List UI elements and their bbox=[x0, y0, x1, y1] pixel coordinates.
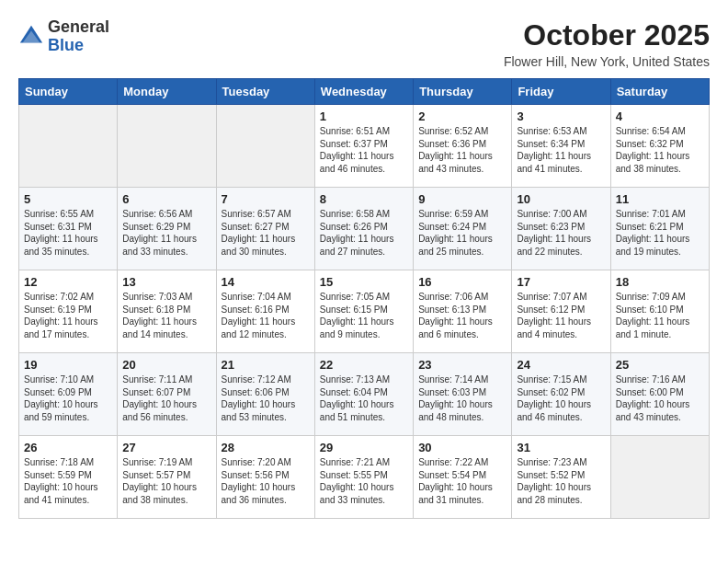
day-number: 8 bbox=[320, 192, 408, 206]
day-info: Sunrise: 7:11 AM Sunset: 6:07 PM Dayligh… bbox=[122, 373, 210, 423]
day-header-thursday: Thursday bbox=[414, 79, 512, 105]
day-number: 11 bbox=[616, 192, 704, 206]
title-area: October 2025 Flower Hill, New York, Unit… bbox=[504, 18, 710, 69]
calendar-cell: 19Sunrise: 7:10 AM Sunset: 6:09 PM Dayli… bbox=[19, 353, 118, 436]
day-info: Sunrise: 7:18 AM Sunset: 5:59 PM Dayligh… bbox=[24, 456, 112, 506]
header: General Blue October 2025 Flower Hill, N… bbox=[18, 18, 710, 69]
calendar-cell: 29Sunrise: 7:21 AM Sunset: 5:55 PM Dayli… bbox=[314, 436, 413, 519]
calendar-cell bbox=[610, 436, 709, 519]
day-number: 29 bbox=[320, 441, 408, 454]
day-number: 7 bbox=[222, 192, 310, 206]
calendar-cell: 18Sunrise: 7:09 AM Sunset: 6:10 PM Dayli… bbox=[610, 270, 709, 353]
day-number: 28 bbox=[222, 441, 310, 454]
day-info: Sunrise: 7:12 AM Sunset: 6:06 PM Dayligh… bbox=[222, 373, 310, 423]
calendar-cell: 15Sunrise: 7:05 AM Sunset: 6:15 PM Dayli… bbox=[314, 270, 413, 353]
day-number: 21 bbox=[222, 358, 310, 372]
day-number: 2 bbox=[418, 109, 506, 123]
calendar-cell: 22Sunrise: 7:13 AM Sunset: 6:04 PM Dayli… bbox=[314, 353, 413, 436]
week-row-4: 19Sunrise: 7:10 AM Sunset: 6:09 PM Dayli… bbox=[19, 353, 710, 436]
day-number: 23 bbox=[418, 358, 506, 372]
calendar-cell: 13Sunrise: 7:03 AM Sunset: 6:18 PM Dayli… bbox=[118, 270, 216, 353]
day-number: 14 bbox=[222, 275, 310, 289]
day-number: 19 bbox=[24, 358, 112, 372]
day-info: Sunrise: 6:58 AM Sunset: 6:26 PM Dayligh… bbox=[320, 208, 408, 258]
day-number: 1 bbox=[320, 109, 408, 123]
calendar-cell bbox=[216, 105, 314, 188]
calendar-cell: 21Sunrise: 7:12 AM Sunset: 6:06 PM Dayli… bbox=[216, 353, 314, 436]
day-number: 4 bbox=[616, 109, 704, 123]
calendar-cell: 25Sunrise: 7:16 AM Sunset: 6:00 PM Dayli… bbox=[610, 353, 709, 436]
day-number: 17 bbox=[517, 275, 605, 289]
logo-icon bbox=[18, 24, 44, 50]
day-number: 3 bbox=[517, 109, 605, 123]
location: Flower Hill, New York, United States bbox=[504, 54, 710, 69]
day-number: 22 bbox=[320, 358, 408, 372]
day-info: Sunrise: 7:20 AM Sunset: 5:56 PM Dayligh… bbox=[222, 456, 310, 506]
calendar-cell: 9Sunrise: 6:59 AM Sunset: 6:24 PM Daylig… bbox=[414, 188, 512, 270]
calendar-cell: 23Sunrise: 7:14 AM Sunset: 6:03 PM Dayli… bbox=[414, 353, 512, 436]
logo: General Blue bbox=[18, 18, 109, 55]
day-number: 12 bbox=[24, 275, 112, 289]
day-header-sunday: Sunday bbox=[19, 79, 118, 105]
day-header-saturday: Saturday bbox=[610, 79, 709, 105]
day-info: Sunrise: 6:59 AM Sunset: 6:24 PM Dayligh… bbox=[418, 208, 506, 258]
day-number: 27 bbox=[122, 441, 210, 454]
day-number: 26 bbox=[24, 441, 112, 454]
day-info: Sunrise: 7:00 AM Sunset: 6:23 PM Dayligh… bbox=[517, 208, 605, 258]
day-info: Sunrise: 7:02 AM Sunset: 6:19 PM Dayligh… bbox=[24, 291, 112, 340]
day-info: Sunrise: 7:15 AM Sunset: 6:02 PM Dayligh… bbox=[517, 373, 605, 423]
week-row-3: 12Sunrise: 7:02 AM Sunset: 6:19 PM Dayli… bbox=[19, 270, 710, 353]
calendar-cell: 26Sunrise: 7:18 AM Sunset: 5:59 PM Dayli… bbox=[19, 436, 118, 519]
day-info: Sunrise: 7:05 AM Sunset: 6:15 PM Dayligh… bbox=[320, 291, 408, 340]
day-info: Sunrise: 7:06 AM Sunset: 6:13 PM Dayligh… bbox=[418, 291, 506, 340]
day-info: Sunrise: 6:55 AM Sunset: 6:31 PM Dayligh… bbox=[24, 208, 112, 258]
calendar-cell: 3Sunrise: 6:53 AM Sunset: 6:34 PM Daylig… bbox=[512, 105, 610, 188]
day-info: Sunrise: 6:53 AM Sunset: 6:34 PM Dayligh… bbox=[517, 125, 605, 175]
day-number: 6 bbox=[122, 192, 210, 206]
calendar-cell: 4Sunrise: 6:54 AM Sunset: 6:32 PM Daylig… bbox=[610, 105, 709, 188]
logo-text: General Blue bbox=[48, 18, 109, 55]
day-info: Sunrise: 6:54 AM Sunset: 6:32 PM Dayligh… bbox=[616, 125, 704, 175]
day-info: Sunrise: 6:51 AM Sunset: 6:37 PM Dayligh… bbox=[320, 125, 408, 175]
day-info: Sunrise: 7:04 AM Sunset: 6:16 PM Dayligh… bbox=[222, 291, 310, 340]
day-header-tuesday: Tuesday bbox=[216, 79, 314, 105]
week-row-2: 5Sunrise: 6:55 AM Sunset: 6:31 PM Daylig… bbox=[19, 188, 710, 270]
calendar-cell: 27Sunrise: 7:19 AM Sunset: 5:57 PM Dayli… bbox=[118, 436, 216, 519]
calendar-cell bbox=[19, 105, 118, 188]
calendar-cell: 1Sunrise: 6:51 AM Sunset: 6:37 PM Daylig… bbox=[314, 105, 413, 188]
calendar: SundayMondayTuesdayWednesdayThursdayFrid… bbox=[18, 78, 710, 519]
month-title: October 2025 bbox=[504, 18, 710, 52]
day-info: Sunrise: 7:14 AM Sunset: 6:03 PM Dayligh… bbox=[418, 373, 506, 423]
day-number: 5 bbox=[24, 192, 112, 206]
day-number: 30 bbox=[418, 441, 506, 454]
day-number: 31 bbox=[517, 441, 605, 454]
day-info: Sunrise: 7:16 AM Sunset: 6:00 PM Dayligh… bbox=[616, 373, 704, 423]
day-info: Sunrise: 6:56 AM Sunset: 6:29 PM Dayligh… bbox=[122, 208, 210, 258]
day-number: 15 bbox=[320, 275, 408, 289]
calendar-cell: 5Sunrise: 6:55 AM Sunset: 6:31 PM Daylig… bbox=[19, 188, 118, 270]
logo-blue: Blue bbox=[48, 37, 109, 55]
calendar-cell: 12Sunrise: 7:02 AM Sunset: 6:19 PM Dayli… bbox=[19, 270, 118, 353]
calendar-cell bbox=[118, 105, 216, 188]
day-info: Sunrise: 7:19 AM Sunset: 5:57 PM Dayligh… bbox=[122, 456, 210, 506]
day-info: Sunrise: 7:09 AM Sunset: 6:10 PM Dayligh… bbox=[616, 291, 704, 340]
calendar-cell: 6Sunrise: 6:56 AM Sunset: 6:29 PM Daylig… bbox=[118, 188, 216, 270]
week-row-5: 26Sunrise: 7:18 AM Sunset: 5:59 PM Dayli… bbox=[19, 436, 710, 519]
day-info: Sunrise: 7:21 AM Sunset: 5:55 PM Dayligh… bbox=[320, 456, 408, 506]
day-info: Sunrise: 7:23 AM Sunset: 5:52 PM Dayligh… bbox=[517, 456, 605, 506]
calendar-cell: 7Sunrise: 6:57 AM Sunset: 6:27 PM Daylig… bbox=[216, 188, 314, 270]
day-number: 9 bbox=[418, 192, 506, 206]
calendar-cell: 14Sunrise: 7:04 AM Sunset: 6:16 PM Dayli… bbox=[216, 270, 314, 353]
day-number: 16 bbox=[418, 275, 506, 289]
calendar-cell: 31Sunrise: 7:23 AM Sunset: 5:52 PM Dayli… bbox=[512, 436, 610, 519]
calendar-cell: 24Sunrise: 7:15 AM Sunset: 6:02 PM Dayli… bbox=[512, 353, 610, 436]
day-number: 24 bbox=[517, 358, 605, 372]
calendar-cell: 30Sunrise: 7:22 AM Sunset: 5:54 PM Dayli… bbox=[414, 436, 512, 519]
day-info: Sunrise: 7:07 AM Sunset: 6:12 PM Dayligh… bbox=[517, 291, 605, 340]
calendar-cell: 28Sunrise: 7:20 AM Sunset: 5:56 PM Dayli… bbox=[216, 436, 314, 519]
day-number: 10 bbox=[517, 192, 605, 206]
day-info: Sunrise: 6:57 AM Sunset: 6:27 PM Dayligh… bbox=[222, 208, 310, 258]
day-header-wednesday: Wednesday bbox=[314, 79, 413, 105]
day-info: Sunrise: 6:52 AM Sunset: 6:36 PM Dayligh… bbox=[418, 125, 506, 175]
day-number: 18 bbox=[616, 275, 704, 289]
